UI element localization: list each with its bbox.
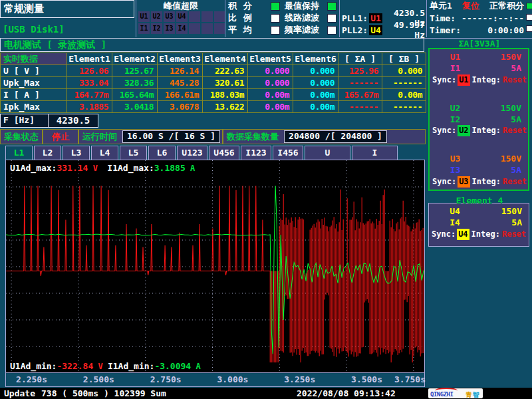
toggle-freq-filter[interactable]: 频率滤波 — [282, 24, 339, 36]
cell: ------ — [382, 77, 426, 89]
frequency-box: F [Hz] 4230.5 — [0, 114, 98, 128]
tab-u123[interactable]: U123 — [177, 146, 207, 160]
integ-reset-button[interactable]: 复位 — [462, 0, 479, 12]
cell: ------ — [338, 77, 382, 89]
col-header: [ ΣA ] — [338, 53, 382, 65]
sync-source-chip[interactable]: U3 — [458, 176, 469, 188]
pll2-source[interactable]: U4 — [369, 25, 382, 35]
peak-cell: U1 — [138, 11, 150, 22]
cell: 0.00m — [293, 101, 338, 113]
cell: 328.36 — [112, 77, 158, 89]
indicator-square — [271, 26, 280, 35]
toggle-line-filter[interactable]: 线路滤波 — [282, 12, 339, 24]
sync-label: Sync: — [432, 176, 456, 188]
indicator-square — [327, 14, 336, 23]
toggle-average[interactable]: 平 均 — [225, 24, 283, 36]
toggle-label: 频率滤波 — [285, 24, 327, 36]
u3-range: 150V — [481, 153, 528, 164]
i-max-value: 3.1885 — [154, 163, 186, 173]
col-header: Element3 — [158, 53, 203, 65]
cell: 222.63 — [203, 65, 248, 77]
u4-range: 150V — [481, 205, 529, 217]
tab-u[interactable]: U — [305, 146, 350, 160]
element4-box: U4150V I45A Sync:U4Integ:Reset — [428, 203, 529, 247]
sync-source-chip[interactable]: U2 — [458, 125, 469, 136]
col-header: Element2 — [112, 53, 158, 65]
u2-name: U2 — [430, 102, 481, 114]
pll1-source[interactable]: U1 — [369, 13, 382, 23]
cell: 0.00m — [248, 89, 293, 101]
toggle-ratio[interactable]: 比 例 — [225, 12, 283, 24]
u1-name: U1 — [430, 51, 481, 63]
sigma-group-box: U1150V I15A Sync:U1Integ:Reset U2150V I2… — [428, 48, 529, 191]
sample-count-label: 数据采集数量 — [223, 131, 282, 143]
sync-source-chip[interactable]: U4 — [457, 229, 469, 240]
logo-cn-char: 智 — [473, 390, 479, 399]
toggle-integration[interactable]: 积 分 — [225, 0, 283, 12]
tab-l2[interactable]: L2 — [34, 146, 61, 160]
i2-name: I2 — [430, 114, 481, 125]
cell: 0.000 — [248, 65, 293, 77]
tab-l5[interactable]: L5 — [120, 146, 147, 160]
peak-cell — [189, 11, 200, 22]
cell: 320.61 — [203, 77, 248, 89]
integrator-panel: 单元1 复位 正常积分 Time: ------:--:-- Timer: 0:… — [426, 0, 527, 37]
axis-tick-label: 3.500s — [351, 374, 382, 384]
datetime: 2022/08/08 09:13:42 — [297, 388, 396, 398]
sync-source-chip[interactable]: U1 — [458, 74, 469, 86]
update-counter: 738 ( 500ms ) 102399 Sum — [41, 388, 166, 398]
i-min-value: -3.0094 — [154, 361, 191, 371]
i4-name: I4 — [429, 217, 481, 228]
waveform-panel[interactable]: U1Ad_max:331.14 V I1Ad_max:3.1885 A U1Ad… — [5, 160, 425, 387]
col-header: Element5 — [248, 53, 293, 65]
tab-u456[interactable]: U456 — [209, 146, 239, 160]
test-mode-row[interactable]: 电机测试 [ 录波测试 ] — [0, 38, 424, 52]
peak-cell — [201, 11, 213, 22]
indicator-square — [271, 2, 280, 11]
frequency-label: F [Hz] — [1, 114, 49, 127]
peak-cell — [214, 11, 225, 22]
integ-reset[interactable]: Reset — [503, 176, 527, 188]
brand-logo: QINGZHI 青 智 — [428, 388, 483, 398]
time-label: Time: — [430, 13, 456, 23]
integ-reset[interactable]: Reset — [503, 74, 527, 86]
tab-i123[interactable]: I123 — [241, 146, 271, 160]
frequency-value: 4230.5 — [49, 114, 98, 127]
row-label: U [ V ] — [1, 65, 67, 77]
peak-cell: U4 — [176, 11, 188, 22]
tab-l1[interactable]: L1 — [5, 146, 33, 160]
pll-panel: PLL1: U1 4230.5 Hz PLL2: U4 49.997 Hz — [339, 0, 427, 37]
cell: 333.04 — [67, 77, 112, 89]
integ-reset[interactable]: Reset — [502, 229, 526, 240]
u-max-value: 331.14 — [57, 163, 88, 173]
tab-l4[interactable]: L4 — [91, 146, 118, 160]
unit-name: 单元1 — [430, 0, 452, 12]
axis-tick-label: 3.750s — [394, 374, 426, 384]
toggle-max-hold[interactable]: 最值保持 — [282, 0, 339, 12]
tab-i[interactable]: I — [352, 146, 398, 160]
mode-title[interactable]: 常规测量 — [0, 0, 134, 18]
sigma-group-title: ΣA[3V3A] — [428, 39, 531, 49]
cell: 165.64m — [112, 89, 158, 101]
tab-l6[interactable]: L6 — [148, 146, 176, 160]
cell: 13.622 — [203, 101, 248, 113]
col-header: Element6 — [293, 53, 338, 65]
integ-label: Integ: — [472, 74, 501, 86]
sync-label: Sync: — [432, 74, 456, 86]
pll2-value: 49.997 Hz — [384, 20, 425, 40]
top-strip: 常规测量 [USB Disk1] 峰值超限 U1 U2 U3 U4 I1 I2 … — [0, 0, 532, 39]
time-row: Time: ------:--:-- — [427, 12, 527, 24]
tab-l3[interactable]: L3 — [63, 146, 90, 160]
axis-tick-label: 2.250s — [16, 374, 47, 384]
acquisition-bar: 采集状态 停止 运行时间 16.00 S /[ 16 S ] 数据采集数量 20… — [0, 129, 426, 144]
logo-text: QINGZHI — [430, 391, 453, 398]
cell: 0.00m — [293, 89, 338, 101]
u4-name: U4 — [429, 205, 481, 217]
element4-title: Element 4 — [428, 196, 531, 205]
integ-reset[interactable]: Reset — [503, 125, 527, 136]
cell: 445.28 — [158, 77, 203, 89]
tab-i456[interactable]: I456 — [273, 146, 303, 160]
u2-range: 150V — [481, 102, 528, 114]
cell: 126.14 — [158, 65, 203, 77]
logo-cn-char: 青 — [466, 390, 472, 399]
